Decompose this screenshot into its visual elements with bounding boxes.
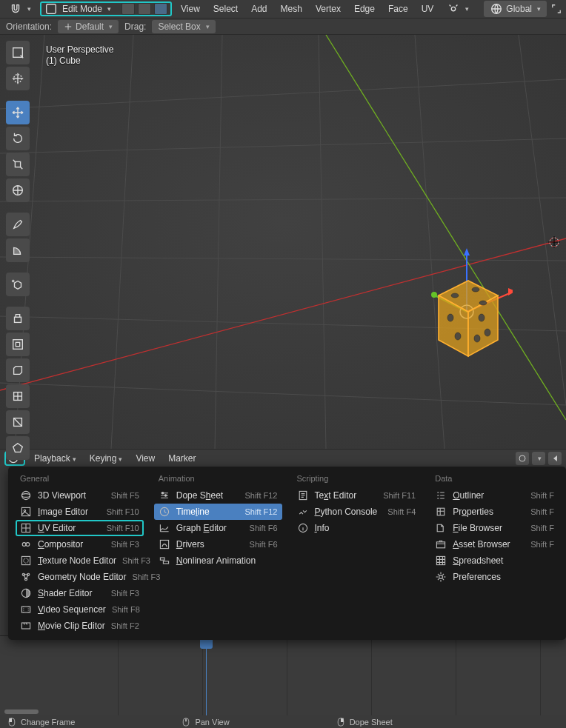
tool-annotate[interactable] [6,213,30,236]
editor-option-video-sequencer[interactable]: Video SequencerShift F8 [16,601,144,618]
editor-option-file-browser[interactable]: File BrowserShift F [430,520,559,536]
menu-add[interactable]: Add [247,2,271,16]
timeline-area[interactable] [0,635,566,715]
globe-icon [490,2,503,16]
selected-cube[interactable] [424,244,513,362]
drag-tool-dropdown[interactable]: Select Box [152,20,215,33]
tool-knife[interactable] [6,410,30,434]
viewport-toolbar [6,41,33,460]
tool-measure[interactable] [6,238,30,262]
menu-mesh[interactable]: Mesh [276,2,307,16]
menu-playback[interactable]: Playback [30,452,81,465]
menu-keying[interactable]: Keying [85,452,127,465]
menu-view[interactable]: View [176,2,204,16]
pivot-dropdown[interactable] [442,1,473,17]
option-shortcut: Shift F2 [111,621,139,630]
svg-rect-78 [437,556,445,564]
editor-option-image-editor[interactable]: Image EditorShift F10 [16,504,144,520]
option-label: Text Editor [315,490,378,501]
svg-rect-44 [15,317,21,322]
picker-heading: Animation [154,471,282,487]
tool-add-cube[interactable] [6,273,30,296]
option-shortcut: Shift F [530,491,554,500]
editor-option-spreadsheet[interactable]: Spreadsheet [430,552,559,569]
menu-edge[interactable]: Edge [350,2,379,16]
tool-rotate[interactable] [6,127,30,150]
tool-transform[interactable] [6,178,30,202]
vertex-select-toggle[interactable] [121,3,135,15]
menu-select[interactable]: Select [209,2,242,16]
option-shortcut: Shift F11 [383,491,416,500]
option-label: Image Editor [38,507,101,517]
mode-selector-highlight: Edit Mode [40,1,172,16]
editor-option-uv-editor[interactable]: UV EditorShift F10 [16,520,144,536]
orientation-dropdown[interactable]: Default [58,20,119,33]
tool-tweak[interactable] [6,41,30,64]
svg-rect-67 [21,623,30,629]
svg-point-61 [24,558,28,563]
editor-option-geometry-node-editor[interactable]: Geometry Node EditorShift F3 [16,569,144,585]
editor-option-compositor[interactable]: CompositorShift F3 [16,536,144,552]
editor-option-info[interactable]: Info [293,520,421,536]
editor-option-text-editor[interactable]: Text EditorShift F11 [293,487,421,504]
menu-vertex[interactable]: Vertex [311,2,345,16]
option-shortcut: Shift F3 [111,589,139,598]
menu-marker[interactable]: Marker [164,452,200,465]
option-label: Texture Node Editor [38,555,116,566]
tool-polybuild[interactable] [6,436,30,460]
option-shortcut: Shift F12 [244,491,277,500]
option-label: Outliner [453,490,525,501]
svg-point-19 [431,292,437,298]
edge-select-toggle[interactable] [138,3,151,15]
maximize-icon[interactable] [551,4,562,14]
pivot-icon [447,2,460,16]
record-icon [519,455,526,462]
transform-orientation-dropdown[interactable]: Global [484,1,547,17]
option-label: Dope Sheet [176,490,239,501]
tool-loopcut[interactable] [6,384,30,408]
tool-bevel[interactable] [6,358,30,382]
orientation-label: Orientation: [6,21,52,32]
editor-option-outliner[interactable]: OutlinerShift F [430,487,559,504]
editor-option-3d-viewport[interactable]: 3D ViewportShift F5 [16,487,144,504]
mode-dropdown[interactable]: Edit Mode [61,4,113,14]
jump-start-button[interactable] [548,452,562,465]
editor-option-nonlinear-animation[interactable]: Nonlinear Animation [154,552,282,569]
tool-extrude[interactable] [6,307,30,330]
3d-viewport[interactable]: User Perspective (1) Cube [0,35,566,449]
option-label: Timeline [176,507,239,517]
scrollbar-thumb[interactable] [4,709,39,714]
menu-face[interactable]: Face [384,2,413,16]
magnet-dropdown[interactable] [4,1,36,17]
option-shortcut: Shift F3 [122,556,150,565]
tool-scale[interactable] [6,153,30,176]
axis-icon [64,22,73,31]
timeline-grid [0,636,566,715]
editor-option-texture-node-editor[interactable]: Texture Node EditorShift F3 [16,552,144,569]
keying-set-dropdown[interactable] [532,452,545,465]
option-shortcut: Shift F10 [107,507,139,516]
magnet-icon [9,2,22,16]
menu-timeline-view[interactable]: View [131,452,159,465]
picker-heading: General [16,471,144,487]
svg-point-26 [451,293,459,298]
timeline-scrollbar[interactable] [4,709,562,714]
editor-option-timeline[interactable]: TimelineShift F12 [154,504,282,520]
face-select-toggle[interactable] [154,3,167,15]
editor-option-asset-browser[interactable]: Asset BrowserShift F [430,536,559,552]
editor-option-properties[interactable]: PropertiesShift F [430,504,559,520]
option-shortcut: Shift F10 [107,524,139,532]
editor-option-preferences[interactable]: Preferences [430,569,559,585]
autokey-toggle[interactable] [516,452,529,465]
editor-option-shader-editor[interactable]: Shader EditorShift F3 [16,585,144,601]
editor-option-python-console[interactable]: Python ConsoleShift F4 [293,504,421,520]
editor-option-dope-sheet[interactable]: Dope SheetShift F12 [154,487,282,504]
editor-option-drivers[interactable]: DriversShift F6 [154,536,282,552]
tool-move[interactable] [6,101,30,124]
menu-uv[interactable]: UV [417,2,439,16]
editor-option-graph-editor[interactable]: Graph EditorShift F6 [154,520,282,536]
tool-inset[interactable] [6,333,30,356]
editor-option-movie-clip-editor[interactable]: Movie Clip EditorShift F2 [16,618,144,634]
mouse-middle-icon [182,718,190,727]
tool-cursor[interactable] [6,67,30,90]
